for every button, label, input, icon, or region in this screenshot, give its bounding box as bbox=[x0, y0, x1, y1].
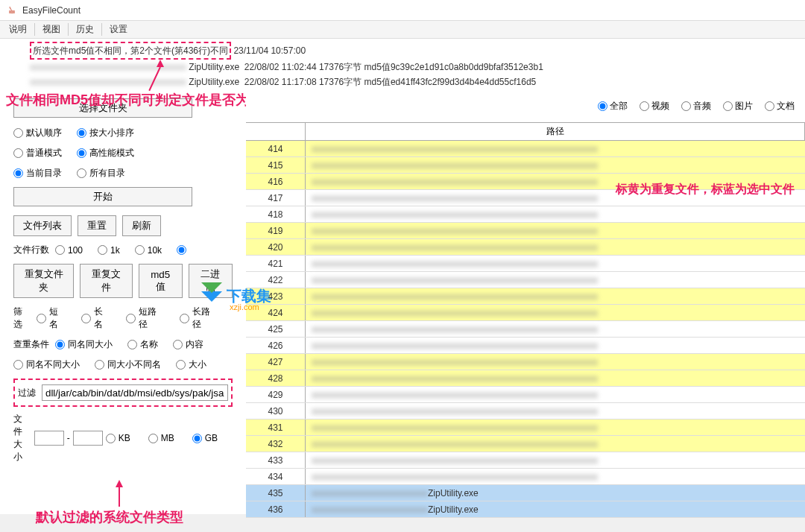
table-row[interactable]: 424xxxxxxxxxxxxxxxxxxxxxxxxxxxxxxxxxxxxx… bbox=[246, 305, 805, 321]
radio-name[interactable] bbox=[127, 340, 137, 349]
size-to-input[interactable] bbox=[73, 431, 103, 446]
table-row[interactable]: 422xxxxxxxxxxxxxxxxxxxxxxxxxxxxxxxxxxxxx… bbox=[246, 272, 805, 288]
radio-1k[interactable] bbox=[98, 245, 107, 255]
row-path: xxxxxxxxxxxxxxxxxxxxxxxxxxZipUtility.exe bbox=[306, 485, 805, 501]
log-detail-a: 22/08/02 11:02:44 17376字节 md5值9c39c2e1d9… bbox=[244, 62, 543, 72]
row-number: 414 bbox=[246, 141, 306, 156]
row-path: xxxxxxxxxxxxxxxxxxxxxxxxxxxxxxxxxxxxxxxx… bbox=[306, 206, 805, 222]
file-list-button[interactable]: 文件列表 bbox=[13, 215, 72, 236]
radio-default-order[interactable] bbox=[13, 128, 23, 138]
row-number: 435 bbox=[246, 485, 306, 501]
watermark-logo: 下载集 xzji.com bbox=[201, 286, 271, 306]
radio-long-path[interactable] bbox=[180, 314, 189, 323]
radio-kb[interactable] bbox=[106, 434, 116, 443]
right-panel: 全部 视频 音频 图片 文档 路径 414xxxxxxxxxxxxxxxxxxx… bbox=[246, 92, 805, 514]
radio-type-all[interactable] bbox=[598, 101, 607, 111]
radio-mb[interactable] bbox=[148, 434, 158, 443]
row-number: 428 bbox=[246, 370, 306, 386]
reset-button[interactable]: 重置 bbox=[78, 215, 116, 236]
file-table: 路径 414xxxxxxxxxxxxxxxxxxxxxxxxxxxxxxxxxx… bbox=[246, 122, 805, 514]
radio-short-path[interactable] bbox=[126, 314, 136, 323]
annotation-colors: 标黄为重复文件，标蓝为选中文件 bbox=[616, 182, 795, 197]
th-path[interactable]: 路径 bbox=[306, 123, 805, 140]
radio-type-image[interactable] bbox=[723, 101, 733, 111]
row-path: xxxxxxxxxxxxxxxxxxxxxxxxxxxxxxxxxxxxxxxx… bbox=[306, 239, 805, 255]
radio-all-dir[interactable] bbox=[77, 168, 86, 178]
radio-short-name[interactable] bbox=[37, 314, 46, 323]
filter-label: 筛选 bbox=[13, 305, 31, 331]
row-number: 420 bbox=[246, 239, 306, 255]
log-detail-b: 22/08/02 11:17:08 17376字节 md5值ed41ff43fc… bbox=[244, 77, 536, 87]
radio-size-only[interactable] bbox=[176, 360, 186, 370]
table-row[interactable]: 429xxxxxxxxxxxxxxxxxxxxxxxxxxxxxxxxxxxxx… bbox=[246, 387, 805, 403]
table-row[interactable]: 433xxxxxxxxxxxxxxxxxxxxxxxxxxxxxxxxxxxxx… bbox=[246, 452, 805, 469]
table-row[interactable]: 419xxxxxxxxxxxxxxxxxxxxxxxxxxxxxxxxxxxxx… bbox=[246, 223, 805, 239]
type-filter-bar: 全部 视频 音频 图片 文档 bbox=[590, 100, 795, 113]
radio-type-doc[interactable] bbox=[765, 101, 774, 111]
table-row[interactable]: 432xxxxxxxxxxxxxxxxxxxxxxxxxxxxxxxxxxxxx… bbox=[246, 436, 805, 452]
radio-10k[interactable] bbox=[135, 245, 145, 255]
file-size-label: 文件大小 bbox=[13, 413, 31, 463]
dup-file-button[interactable]: 重复文件 bbox=[80, 264, 132, 298]
menu-settings[interactable]: 设置 bbox=[101, 23, 135, 36]
log-file-a: ZipUtility.exe bbox=[189, 62, 239, 72]
radio-type-video[interactable] bbox=[640, 101, 649, 111]
table-row[interactable]: 414xxxxxxxxxxxxxxxxxxxxxxxxxxxxxxxxxxxxx… bbox=[246, 141, 805, 157]
log-area: 所选文件md5值不相同，第2个文件(第436行)不同 23/11/04 10:5… bbox=[0, 39, 805, 92]
radio-cur-dir[interactable] bbox=[13, 168, 23, 178]
table-row[interactable]: 431xxxxxxxxxxxxxxxxxxxxxxxxxxxxxxxxxxxxx… bbox=[246, 419, 805, 436]
radio-normal-mode[interactable] bbox=[13, 148, 23, 158]
radio-100[interactable] bbox=[55, 245, 65, 255]
row-number: 434 bbox=[246, 469, 306, 484]
radio-same-name-size[interactable] bbox=[55, 340, 65, 349]
size-from-input[interactable] bbox=[34, 431, 64, 446]
radio-snds[interactable] bbox=[13, 360, 23, 370]
row-number: 419 bbox=[246, 223, 306, 238]
table-row[interactable]: 425xxxxxxxxxxxxxxxxxxxxxxxxxxxxxxxxxxxxx… bbox=[246, 321, 805, 338]
row-path: xxxxxxxxxxxxxxxxxxxxxxxxxxxxxxxxxxxxxxxx… bbox=[306, 387, 805, 402]
title-bar: EasyFileCount bbox=[0, 0, 805, 21]
table-row[interactable]: 420xxxxxxxxxxxxxxxxxxxxxxxxxxxxxxxxxxxxx… bbox=[246, 239, 805, 256]
table-row[interactable]: 436xxxxxxxxxxxxxxxxxxxxxxxxxxZipUtility.… bbox=[246, 501, 805, 518]
row-number: 432 bbox=[246, 436, 306, 452]
radio-long-name[interactable] bbox=[81, 314, 91, 323]
radio-type-audio[interactable] bbox=[681, 101, 691, 111]
radio-ssdn[interactable] bbox=[95, 360, 104, 370]
row-number: 433 bbox=[246, 452, 306, 468]
row-path: xxxxxxxxxxxxxxxxxxxxxxxxxxxxxxxxxxxxxxxx… bbox=[306, 452, 805, 468]
table-row[interactable]: 434xxxxxxxxxxxxxxxxxxxxxxxxxxxxxxxxxxxxx… bbox=[246, 469, 805, 485]
table-row[interactable]: 423xxxxxxxxxxxxxxxxxxxxxxxxxxxxxxxxxxxxx… bbox=[246, 288, 805, 305]
th-row-num[interactable] bbox=[246, 123, 306, 140]
start-button[interactable]: 开始 bbox=[13, 187, 192, 206]
table-row[interactable]: 426xxxxxxxxxxxxxxxxxxxxxxxxxxxxxxxxxxxxx… bbox=[246, 338, 805, 354]
java-icon bbox=[6, 4, 18, 16]
table-row[interactable]: 421xxxxxxxxxxxxxxxxxxxxxxxxxxxxxxxxxxxxx… bbox=[246, 256, 805, 272]
md5-button[interactable]: md5值 bbox=[139, 264, 183, 298]
table-row[interactable]: 430xxxxxxxxxxxxxxxxxxxxxxxxxxxxxxxxxxxxx… bbox=[246, 403, 805, 419]
row-path: xxxxxxxxxxxxxxxxxxxxxxxxxxxxxxxxxxxxxxxx… bbox=[306, 321, 805, 337]
refresh-button[interactable]: 刷新 bbox=[122, 215, 161, 236]
radio-perf-mode[interactable] bbox=[77, 148, 86, 158]
table-row[interactable]: 428xxxxxxxxxxxxxxxxxxxxxxxxxxxxxxxxxxxxx… bbox=[246, 370, 805, 387]
row-path: xxxxxxxxxxxxxxxxxxxxxxxxxxxxxxxxxxxxxxxx… bbox=[306, 419, 805, 435]
window-title: EasyFileCount bbox=[22, 5, 80, 16]
row-number: 422 bbox=[246, 272, 306, 288]
radio-gb[interactable] bbox=[192, 434, 202, 443]
menu-help[interactable]: 说明 bbox=[6, 23, 34, 36]
row-path: xxxxxxxxxxxxxxxxxxxxxxxxxxxxxxxxxxxxxxxx… bbox=[306, 403, 805, 419]
radio-10k-more[interactable] bbox=[177, 245, 186, 255]
table-row[interactable]: 435xxxxxxxxxxxxxxxxxxxxxxxxxxZipUtility.… bbox=[246, 485, 805, 501]
row-path: xxxxxxxxxxxxxxxxxxxxxxxxxxxxxxxxxxxxxxxx… bbox=[306, 354, 805, 370]
dup-folder-button[interactable]: 重复文件夹 bbox=[13, 264, 74, 298]
menu-view[interactable]: 视图 bbox=[34, 23, 68, 36]
table-row[interactable]: 418xxxxxxxxxxxxxxxxxxxxxxxxxxxxxxxxxxxxx… bbox=[246, 206, 805, 223]
row-number: 436 bbox=[246, 501, 306, 517]
table-row[interactable]: 427xxxxxxxxxxxxxxxxxxxxxxxxxxxxxxxxxxxxx… bbox=[246, 354, 805, 370]
table-row[interactable]: 415xxxxxxxxxxxxxxxxxxxxxxxxxxxxxxxxxxxxx… bbox=[246, 157, 805, 174]
radio-content[interactable] bbox=[173, 340, 183, 349]
radio-by-size[interactable] bbox=[77, 128, 86, 138]
filter-input[interactable] bbox=[42, 384, 228, 401]
filter-highlight-box: 过滤 bbox=[13, 379, 233, 407]
log-time: 23/11/04 10:57:00 bbox=[233, 45, 306, 56]
menu-history[interactable]: 历史 bbox=[68, 23, 101, 36]
